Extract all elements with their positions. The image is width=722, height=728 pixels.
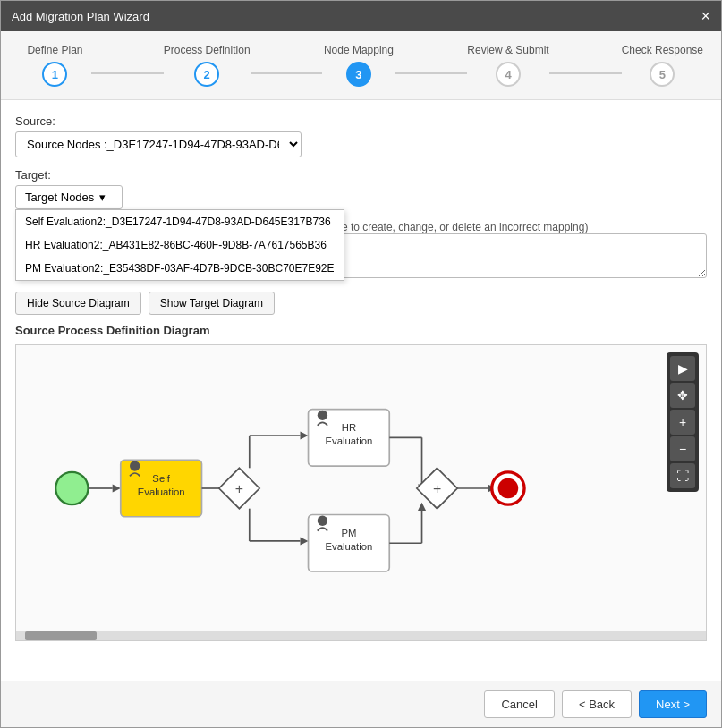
svg-point-36 [498,478,519,499]
step-1-label: Define Plan [27,44,82,56]
back-button[interactable]: < Back [562,690,632,718]
cancel-button[interactable]: Cancel [484,690,554,718]
step-1-circle: 1 [42,62,67,87]
step-2-circle: 2 [194,62,219,87]
diagram-section-label: Source Process Definition Diagram [15,324,707,337]
modal-header: Add Migration Plan Wizard × [1,1,721,31]
diagram-svg: Self Evaluation + [16,345,706,631]
step-define-plan: Define Plan 1 [19,44,91,87]
source-field-group: Source: Source Nodes :_D3E17247-1D94-47D… [15,114,707,157]
toolbar-zoom-out-btn[interactable]: − [670,436,695,461]
svg-text:+: + [433,481,441,496]
step-4-label: Review & Submit [467,44,548,56]
wizard-steps: Define Plan 1 Process Definition 2 Node … [1,31,721,100]
diagram-toolbar: ▶ ✥ + − ⛶ [667,352,699,492]
step-3-circle: 3 [346,62,371,87]
modal-title: Add Migration Plan Wizard [12,10,149,23]
diagram-canvas: Self Evaluation + [16,345,706,631]
svg-marker-13 [300,432,308,440]
step-review-submit: Review & Submit 4 [467,44,548,87]
target-btn-label: Target Nodes [25,190,94,204]
svg-point-24 [318,516,327,526]
svg-text:Evaluation: Evaluation [325,436,372,446]
svg-text:HR: HR [342,423,356,434]
svg-point-6 [130,461,140,470]
step-2-label: Process Definition [164,44,251,56]
svg-marker-20 [300,537,308,545]
next-button[interactable]: Next > [639,690,707,718]
hide-source-diagram-button[interactable]: Hide Source Diagram [15,292,141,315]
step-check-response: Check Response 5 [622,44,703,87]
svg-marker-2 [113,484,121,492]
diagram-area[interactable]: Self Evaluation + [15,344,707,641]
show-target-diagram-button[interactable]: Show Target Diagram [149,292,275,315]
source-select[interactable]: Source Nodes :_D3E17247-1D94-47D8-93AD-D… [15,131,302,157]
step-3-label: Node Mapping [324,44,394,56]
toolbar-move-btn[interactable]: ✥ [670,383,695,408]
step-4-circle: 4 [496,62,521,87]
toolbar-zoom-in-btn[interactable]: + [670,410,695,435]
connector-4-5 [549,72,622,74]
scrollbar-thumb[interactable] [25,631,97,640]
add-migration-plan-wizard: Add Migration Plan Wizard × Define Plan … [0,0,722,728]
connector-1-2 [91,72,164,74]
diagram-controls: Hide Source Diagram Show Target Diagram [15,292,707,315]
horizontal-scrollbar[interactable] [16,631,706,640]
target-nodes-button[interactable]: Target Nodes ▾ [15,185,123,209]
connector-3-4 [395,72,467,74]
svg-point-0 [55,472,88,504]
svg-text:Self: Self [152,473,170,484]
target-field-group: Target: Target Nodes ▾ Self Evaluation2:… [15,168,707,209]
step-5-label: Check Response [622,44,703,56]
svg-marker-30 [418,503,426,511]
dropdown-item-1[interactable]: HR Evaluation2:_AB431E82-86BC-460F-9D8B-… [16,233,344,257]
step-node-mapping: Node Mapping 3 [322,44,395,87]
step-process-definition: Process Definition 2 [164,44,251,87]
connector-2-3 [251,72,323,74]
source-label: Source: [15,114,707,128]
svg-text:Evaluation: Evaluation [138,487,185,497]
target-label: Target: [15,168,707,182]
modal-footer: Cancel < Back Next > [1,681,721,727]
modal-body: Source: Source Nodes :_D3E17247-1D94-47D… [1,100,721,681]
svg-point-17 [318,411,327,420]
dropdown-item-0[interactable]: Self Evaluation2:_D3E17247-1D94-47D8-93A… [16,210,344,233]
target-dropdown-wrapper: Target Nodes ▾ Self Evaluation2:_D3E1724… [15,185,123,209]
svg-text:+: + [235,481,243,496]
toolbar-fit-btn[interactable]: ⛶ [670,463,695,488]
svg-text:Evaluation: Evaluation [325,541,372,552]
close-button[interactable]: × [701,8,710,24]
chevron-down-icon: ▾ [99,190,106,204]
toolbar-pointer-btn[interactable]: ▶ [670,356,695,381]
step-5-circle: 5 [650,62,675,87]
target-dropdown-menu: Self Evaluation2:_D3E17247-1D94-47D8-93A… [15,209,344,281]
svg-text:PM: PM [341,528,356,538]
dropdown-item-2[interactable]: PM Evaluation2:_E35438DF-03AF-4D7B-9DCB-… [16,257,344,280]
